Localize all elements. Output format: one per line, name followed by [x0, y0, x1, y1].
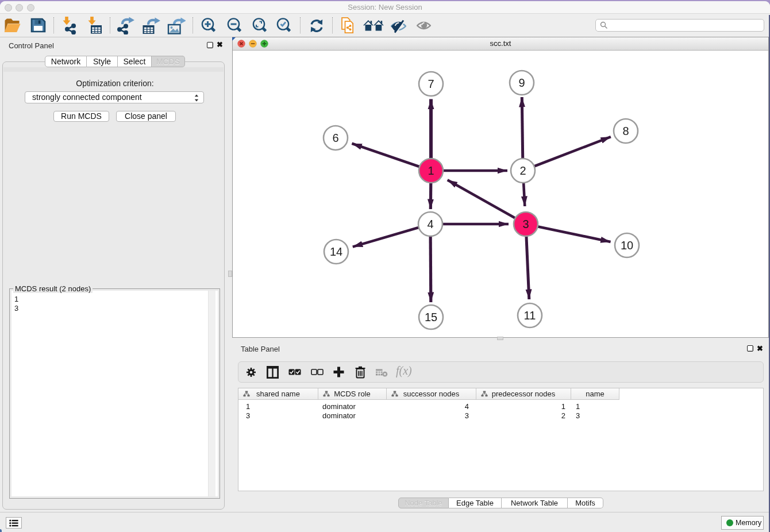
svg-text:7: 7: [428, 78, 434, 90]
svg-text:8: 8: [622, 125, 629, 137]
svg-text:1: 1: [428, 164, 434, 177]
svg-text:15: 15: [425, 311, 437, 323]
svg-text:2: 2: [519, 164, 526, 177]
svg-text:3: 3: [522, 218, 529, 230]
svg-text:4: 4: [427, 218, 433, 230]
svg-text:11: 11: [524, 309, 536, 322]
svg-text:9: 9: [518, 76, 525, 89]
svg-text:14: 14: [330, 245, 342, 258]
svg-text:6: 6: [332, 132, 338, 144]
svg-text:10: 10: [621, 239, 633, 252]
